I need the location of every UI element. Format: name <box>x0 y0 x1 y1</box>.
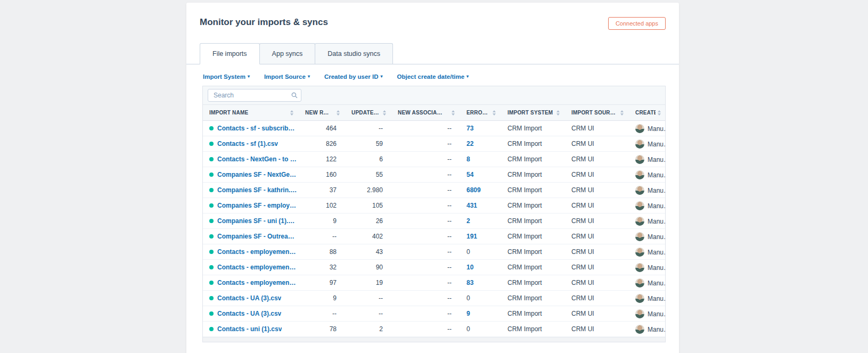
import-name-link[interactable]: Contacts - UA (3).csv <box>217 294 281 302</box>
created-by-value: Manu… <box>648 171 666 178</box>
errors-value-link[interactable]: 54 <box>466 171 473 178</box>
tab-app-syncs[interactable]: App syncs <box>259 43 316 64</box>
avatar <box>635 217 644 226</box>
import-name-link[interactable]: Contacts - NextGen - to d… <box>217 155 297 163</box>
table-row: Contacts - sf - subscribed…464----73CRM … <box>203 121 666 136</box>
errors-cell: 431 <box>460 198 501 214</box>
updated-records-value: 19 <box>345 275 391 291</box>
column-header-import-system[interactable]: IMPORT SYSTEM <box>501 105 565 121</box>
filter-import-system[interactable]: Import System▾ <box>203 73 250 80</box>
status-dot-icon <box>209 157 214 161</box>
import-name-link[interactable]: Companies SF - uni (1).csv <box>217 217 297 225</box>
new-associations-value: -- <box>391 306 460 322</box>
updated-records-value: 6 <box>345 152 391 167</box>
errors-cell: 54 <box>460 167 501 183</box>
new-records-value: 464 <box>299 121 345 136</box>
avatar <box>635 186 644 195</box>
errors-cell: 22 <box>460 136 501 152</box>
table-row: Contacts - NextGen - to d…1226--8CRM Imp… <box>203 152 666 167</box>
import-name-link[interactable]: Companies SF - kathrin.csv <box>217 186 297 194</box>
updated-records-value: -- <box>345 121 391 136</box>
import-name-link[interactable]: Contacts - uni (1).csv <box>217 325 282 333</box>
errors-cell: 0 <box>460 291 501 306</box>
import-name-link[interactable]: Contacts - UA (3).csv <box>217 310 281 317</box>
import-name-link[interactable]: Contacts - employement (… <box>217 248 297 256</box>
filter-label: Import System <box>203 73 245 80</box>
errors-cell: 83 <box>460 275 501 291</box>
import-name-link[interactable]: Companies SF - employer … <box>217 202 297 209</box>
updated-records-value: 55 <box>345 167 391 183</box>
status-dot-icon <box>209 126 214 130</box>
sort-icon[interactable] <box>337 110 340 116</box>
import-name-link[interactable]: Contacts - employement (… <box>217 264 297 271</box>
errors-cell: 0 <box>460 322 501 337</box>
errors-value-link[interactable]: 22 <box>466 140 473 147</box>
import-name-link[interactable]: Companies SF - NextGen… <box>217 171 297 178</box>
import-name-link[interactable]: Contacts - sf - subscribed… <box>217 125 297 132</box>
search-input[interactable] <box>208 89 301 102</box>
import-name-link[interactable]: Contacts - sf (1).csv <box>217 140 278 147</box>
column-header-new-associations[interactable]: NEW ASSOCIA… <box>391 105 460 121</box>
new-records-value: 160 <box>299 167 345 183</box>
errors-value-link[interactable]: 191 <box>466 233 477 240</box>
import-system-value: CRM Import <box>501 322 565 337</box>
errors-value-link[interactable]: 83 <box>466 279 473 286</box>
card-header: Monitor your imports & syncs Connected a… <box>186 3 679 30</box>
errors-value-link[interactable]: 8 <box>466 155 470 163</box>
column-label: IMPORT SOUR… <box>571 110 616 116</box>
errors-value-link[interactable]: 6809 <box>466 186 481 194</box>
filter-import-source[interactable]: Import Source▾ <box>264 73 310 80</box>
sort-icon[interactable] <box>658 110 661 116</box>
column-header-updated-records[interactable]: UPDATE… <box>345 105 391 121</box>
filter-object-create-datetime[interactable]: Object create date/time▾ <box>397 73 469 80</box>
filter-label: Import Source <box>264 73 306 80</box>
new-associations-value: -- <box>391 260 460 275</box>
column-header-import-source[interactable]: IMPORT SOUR… <box>565 105 629 121</box>
created-by-value: Manu… <box>648 248 666 256</box>
created-by-value: Manu… <box>648 155 666 163</box>
column-header-errors[interactable]: ERRO… <box>460 105 501 121</box>
import-source-value: CRM UI <box>565 121 629 136</box>
created-by-cell: Manu… <box>629 198 666 214</box>
tab-data-studio-syncs[interactable]: Data studio syncs <box>315 43 393 64</box>
tab-bar: File importsApp syncsData studio syncs <box>186 43 679 64</box>
import-name-link[interactable]: Contacts - employement.c… <box>217 279 297 286</box>
errors-value: 0 <box>466 248 470 256</box>
sort-icon[interactable] <box>452 110 455 116</box>
table-row: Contacts - employement (…3290--10CRM Imp… <box>203 260 666 275</box>
errors-value-link[interactable]: 431 <box>466 202 477 209</box>
avatar <box>635 170 644 179</box>
created-by-cell: Manu… <box>629 275 666 291</box>
column-header-created-by[interactable]: CREATED BY … <box>629 105 666 121</box>
column-header-import-name[interactable]: IMPORT NAME <box>203 105 299 121</box>
sort-icon[interactable] <box>620 110 624 116</box>
import-source-value: CRM UI <box>565 136 629 152</box>
sort-icon[interactable] <box>290 110 293 116</box>
updated-records-value: 402 <box>345 229 391 244</box>
errors-value-link[interactable]: 73 <box>466 125 473 132</box>
errors-cell: 9 <box>460 306 501 322</box>
import-source-value: CRM UI <box>565 167 629 183</box>
filter-created-by-user-id[interactable]: Created by user ID▾ <box>324 73 383 80</box>
created-by-value: Manu… <box>648 186 666 194</box>
new-associations-value: -- <box>391 214 460 229</box>
new-records-value: 102 <box>299 198 345 214</box>
created-by-cell: Manu… <box>629 306 666 322</box>
column-label: IMPORT SYSTEM <box>507 110 553 116</box>
import-name-link[interactable]: Companies SF - Outreach … <box>217 233 297 240</box>
errors-cell: 2 <box>460 214 501 229</box>
errors-value-link[interactable]: 10 <box>466 264 473 271</box>
errors-value-link[interactable]: 9 <box>466 310 470 317</box>
sort-icon[interactable] <box>493 110 496 116</box>
created-by-value: Manu… <box>648 264 666 271</box>
sort-icon[interactable] <box>556 110 560 116</box>
created-by-value: Manu… <box>648 125 666 132</box>
status-dot-icon <box>209 203 214 208</box>
tab-file-imports[interactable]: File imports <box>200 43 260 64</box>
column-header-new-records[interactable]: NEW R… <box>299 105 345 121</box>
connected-apps-button[interactable]: Connected apps <box>608 17 666 30</box>
filter-label: Object create date/time <box>397 73 465 80</box>
errors-value-link[interactable]: 2 <box>466 217 470 225</box>
sort-icon[interactable] <box>383 110 386 116</box>
new-records-value: -- <box>299 229 345 244</box>
